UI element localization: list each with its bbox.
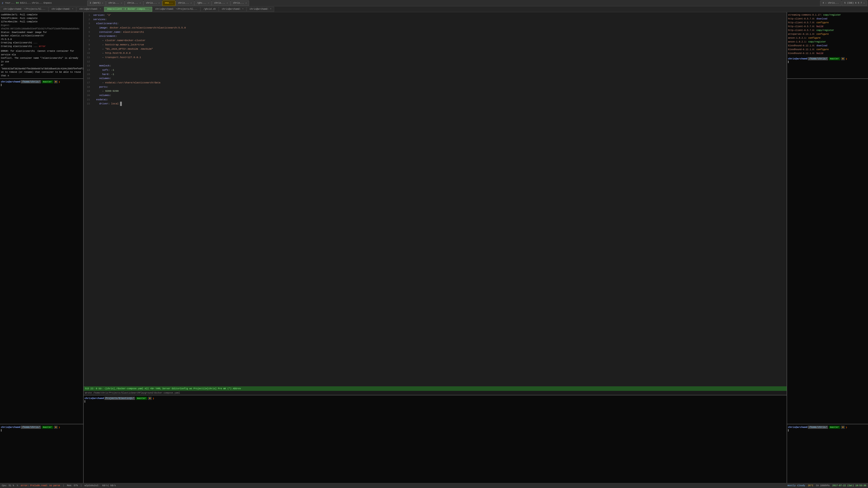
yaml-line-11: 11 - transport.host=127.0.0.1 bbox=[86, 55, 785, 60]
right-bottom-terminal: chris@archamd /home/chris/ master ● ❯ ▌ bbox=[787, 424, 868, 483]
tab-chris4[interactable]: chris... → bbox=[176, 0, 194, 6]
log-line-1: cad058ec3e71: Pull complete bbox=[1, 13, 82, 17]
editor-status-bar: 515 22: 0 UU- -[chris]_/docker-compose.y… bbox=[84, 386, 786, 391]
second-tab-3[interactable]: chris@archamd: ~ bbox=[76, 7, 104, 12]
right-bot-arrow: ❯ bbox=[846, 426, 847, 429]
app-label-chris: chris... bbox=[32, 2, 43, 4]
status-pressure: CA 1088hPa bbox=[816, 484, 830, 487]
cursor-block bbox=[120, 102, 122, 106]
right-bot-branch: master bbox=[829, 426, 840, 429]
status-error: error: Prelude.read: no parse bbox=[21, 484, 60, 487]
center-bot-branch: master bbox=[136, 397, 147, 400]
second-tab-2[interactable]: chris@archamd: ~ bbox=[49, 7, 76, 12]
top-bar-left: 2 Your... 64 Editi... chris... Enpass bbox=[1, 2, 87, 4]
rlog-10: bloodhound-0.12.1.0: configure bbox=[788, 48, 867, 52]
yaml-line-18: 18 ports: bbox=[86, 85, 785, 89]
right-top-indicator: ● bbox=[841, 57, 845, 60]
second-tab-ghcid[interactable]: /ghcid.sh bbox=[200, 7, 219, 12]
editor-area[interactable]: 1 version: '3' 2 services: 3 elasticsear… bbox=[84, 12, 786, 386]
right-log-output: streaming-commons-0.1.17: copy/register … bbox=[788, 13, 867, 55]
right-top-branch: master bbox=[829, 57, 840, 60]
left-bottom-prompt: chris@archamd /home/chris/ master ● ❯ bbox=[1, 426, 82, 429]
right-top-arrow: ❯ bbox=[846, 57, 847, 60]
right-middle-terminal bbox=[787, 79, 868, 424]
yaml-line-16: 16 volumes: bbox=[86, 76, 785, 80]
left-mid-cursor[interactable]: ▌ bbox=[1, 84, 82, 86]
right-bot-prompt: chris@archamd /home/chris/ master ● ❯ bbox=[788, 426, 867, 429]
log-line-5: Status: Downloaded newer image for docke… bbox=[1, 31, 82, 38]
top-bar: 2 Your... 64 Editi... chris... Enpass 3 … bbox=[0, 0, 868, 6]
tab-ghc[interactable]: /ghc... → bbox=[194, 0, 212, 6]
terminal-output-top: cad058ec3e71: Pull complete fd323f7c3044… bbox=[1, 13, 82, 79]
tab-ema[interactable]: ema... bbox=[162, 0, 176, 6]
yaml-line-3: 3 elasticsearch1: bbox=[86, 22, 785, 26]
tab-3work[interactable]: 3 (Work) ← bbox=[87, 0, 106, 6]
right-top-cursor[interactable]: ▌ bbox=[788, 61, 867, 63]
yaml-line-7: 7 - cluster.name=docker-cluster bbox=[86, 38, 785, 43]
yaml-line-1: 1 version: '3' bbox=[86, 13, 785, 18]
yaml-line-15: 15 hard: -1 bbox=[86, 72, 785, 76]
tab-chris2[interactable]: chris... → bbox=[125, 0, 143, 6]
log-line-7: Creating elasticsearch1 ... bbox=[1, 41, 82, 45]
left-mid-user: chris@archamd bbox=[1, 80, 20, 83]
rlog-6: attoparsec-0.13.1.0: configure bbox=[788, 32, 867, 36]
right-bot-path: /home/chris/ bbox=[808, 426, 828, 429]
yaml-line-22: 22 driver: local bbox=[86, 102, 785, 106]
tab-chris1[interactable]: chris... → bbox=[106, 0, 125, 6]
right-panel: streaming-commons-0.1.17: copy/register … bbox=[786, 12, 868, 483]
right-bot-user: chris@archamd bbox=[788, 426, 807, 429]
second-tab-6[interactable]: chris@archamd: ~ bbox=[247, 7, 274, 12]
app-label-edit: Editi... bbox=[20, 2, 31, 4]
tab-chris5[interactable]: chris... → bbox=[212, 0, 230, 6]
left-mid-branch: master bbox=[42, 80, 53, 84]
left-bot-indicator: ● bbox=[54, 426, 58, 429]
yaml-line-9: 9 - "ES_JAVA_OPTS=-Xms512m -Xmx512m" bbox=[86, 47, 785, 51]
editor-status-left: 515 22: 0 UU- -[chris]_/docker-compose.y… bbox=[85, 387, 241, 390]
right-top-user: chris@archamd bbox=[788, 57, 807, 60]
center-bot-cursor[interactable]: ▌ bbox=[85, 400, 786, 403]
tab-chris6[interactable]: chris... → bbox=[230, 0, 249, 6]
second-tab-emacs[interactable]: emacsclient -t docker-compos... bbox=[104, 7, 152, 12]
left-mid-indicator: ● bbox=[54, 80, 58, 84]
log-line-4: Digest: sha256:80722d5c10da8bd33e9f32cb2… bbox=[1, 24, 82, 31]
rlog-1: streaming-commons-0.1.17: copy/register bbox=[788, 13, 867, 17]
left-bot-branch: master bbox=[42, 426, 53, 429]
right-top-path: /home/chris/ bbox=[808, 57, 828, 60]
log-line-12: ve to remove (or rename) that container … bbox=[1, 70, 82, 77]
workspace-number: 2 bbox=[1, 2, 4, 4]
rlog-5: http-client-0.5.7.0: copy/register bbox=[788, 29, 867, 32]
log-line-10: Conflict. The container name "/elasticse… bbox=[1, 57, 82, 64]
left-bot-user: chris@archamd bbox=[1, 426, 20, 429]
right-bot-cursor[interactable]: ▌ bbox=[788, 429, 867, 432]
log-line-8: Creating elasticsearch1 ... error bbox=[1, 45, 82, 48]
wrote-text: Wrote /home/chris/Projects/ElasticSearch… bbox=[85, 392, 180, 394]
log-line-11: er 'b6dc923af3829a40d7f6e3886e667a73b53d… bbox=[1, 64, 82, 70]
second-bar: chris@archamd: ~/Projects/El... chris@ar… bbox=[0, 6, 868, 12]
tab-4chris[interactable]: 4 ← chris... bbox=[820, 0, 841, 6]
left-mid-arrow: ❯ bbox=[59, 80, 60, 84]
app-label-64: 64 bbox=[16, 2, 19, 4]
center-bot-prompt: chris@archamd Projects/ElasticQi/ master… bbox=[85, 397, 786, 400]
tab-chris3[interactable]: chris... → bbox=[144, 0, 162, 6]
left-bot-cursor[interactable]: ▌ bbox=[1, 429, 82, 432]
global-status-bar: Cpu: 51 % % error: Prelude.read: no pars… bbox=[0, 483, 868, 488]
left-mid-path: /home/chris/ bbox=[21, 80, 41, 84]
log-line-9: ERROR: for elasticsearch1 Cannot create … bbox=[1, 50, 82, 57]
center-bot-user: chris@archamd bbox=[85, 397, 104, 400]
left-bot-path: /home/chris/ bbox=[21, 426, 41, 429]
rlog-11: bloodhound-0.12.1.0: build bbox=[788, 52, 867, 55]
center-bottom-terminal: chris@archamd Projects/ElasticQi/ master… bbox=[84, 395, 786, 483]
second-tab-4[interactable]: chris@archamd: ~/Projects/El... bbox=[152, 7, 200, 12]
second-tab-1[interactable]: chris@archamd: ~/Projects/El... bbox=[0, 7, 49, 12]
yaml-line-2: 2 services: bbox=[86, 18, 785, 22]
second-tab-5[interactable]: chris@archamd: ~ bbox=[219, 7, 246, 12]
left-middle-prompt: chris@archamd /home/chris/ master ● ❯ bbox=[1, 80, 82, 84]
yaml-line-12: 12 bbox=[86, 60, 785, 64]
main-layout: cad058ec3e71: Pull complete fd323f7c3044… bbox=[0, 12, 868, 483]
yaml-line-13: 13 memlock: bbox=[86, 64, 785, 68]
status-datetime: 2017-07-22 (Sat) 19:53:30 bbox=[832, 484, 866, 487]
tab-group-main: 3 (Work) ← chris... → chris... → chris..… bbox=[87, 0, 249, 6]
left-middle-terminal: chris@archamd /home/chris/ master ● ❯ ▌ bbox=[0, 79, 83, 424]
center-bot-indicator: ● bbox=[148, 397, 152, 400]
tab-5ide[interactable]: 5 (IDE) 6 5 7 → bbox=[842, 0, 867, 6]
